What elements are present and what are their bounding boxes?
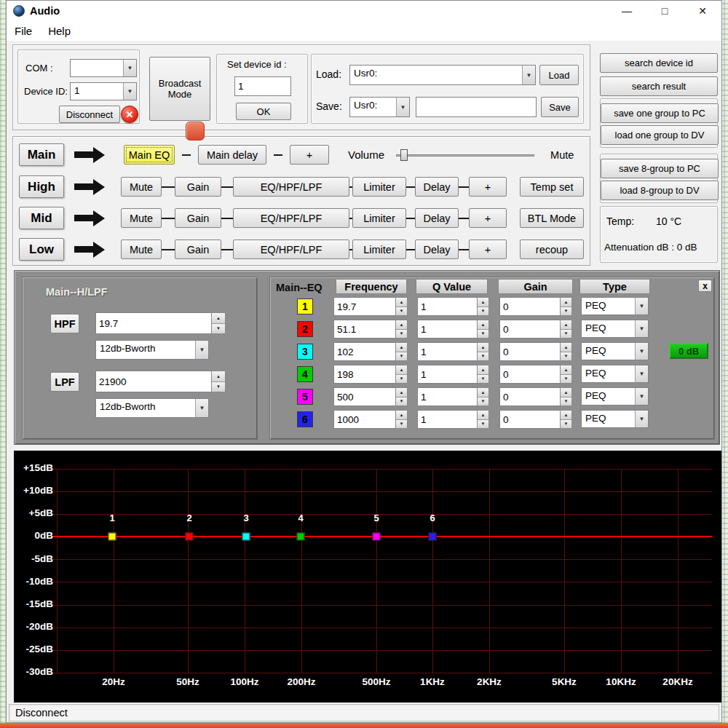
mid-delay-button[interactable]: Delay [415,208,459,228]
eq-band-marker[interactable] [242,533,250,541]
lpf-type-select[interactable]: 12db-Bworth [95,398,209,418]
main-delay-button[interactable]: Main delay [198,145,266,165]
band-6-q-input[interactable] [417,410,477,429]
lpf-frequency-input[interactable] [95,371,211,392]
save-name-input[interactable] [416,97,537,117]
chevron-down-icon[interactable] [635,388,648,405]
com-select[interactable] [70,59,137,77]
spin-up-icon[interactable] [478,411,488,419]
load-one-group-button[interactable]: load one group to DV [601,125,719,145]
broadcast-mode-button[interactable]: Broadcast Mode [149,57,210,121]
spin-down-icon[interactable] [561,352,571,361]
spin-down-icon[interactable] [396,419,407,429]
low-limiter-button[interactable]: Limiter [352,240,406,259]
load-eight-group-button[interactable]: load 8-group to DV [601,181,719,200]
spin-down-icon[interactable] [212,323,225,334]
band-1-type-select[interactable]: PEQ [581,297,649,315]
eq-band-marker[interactable] [297,533,305,541]
spin-down-icon[interactable] [478,419,488,429]
load-button[interactable]: Load [539,65,579,85]
chevron-down-icon[interactable] [123,60,136,76]
spin-down-icon[interactable] [561,397,571,406]
spin-down-icon[interactable] [478,306,488,316]
channel-high-button[interactable]: High [19,175,64,198]
band-6-frequency-input[interactable] [333,410,395,429]
recoup-button[interactable]: recoup [520,240,584,259]
slider-thumb[interactable] [400,149,408,161]
band-5-frequency-input[interactable] [333,387,395,406]
low-eq-hpf-lpf-button[interactable]: EQ/HPF/LPF [233,240,349,259]
spin-down-icon[interactable] [478,329,488,339]
band-6-gain-input[interactable] [499,410,560,429]
high-limiter-button[interactable]: Limiter [352,177,406,197]
band-2-gain-input[interactable] [499,320,560,339]
eq-band-marker[interactable] [108,533,116,541]
band-3-gain-input[interactable] [499,342,560,361]
main-plus-button[interactable]: + [290,145,329,165]
ok-button[interactable]: OK [236,103,291,120]
spin-up-icon[interactable] [396,343,407,352]
chevron-down-icon[interactable] [195,341,208,359]
band-4-frequency-input[interactable] [333,365,395,384]
band-2-q-input[interactable] [417,320,477,339]
search-device-id-button[interactable]: search device id [600,53,718,73]
spin-up-icon[interactable] [396,365,407,374]
btl-mode-button[interactable]: BTL Mode [520,208,584,228]
eq-band-marker[interactable] [186,533,194,541]
band-5-q-input[interactable] [417,387,477,406]
spin-up-icon[interactable] [561,365,571,374]
spin-up-icon[interactable] [212,371,225,381]
eq-plot-area[interactable]: 1 2 3 4 5 6 [53,469,712,673]
close-icon[interactable]: ✕ [684,1,721,20]
hpf-frequency-input[interactable] [95,312,211,334]
hpf-type-select[interactable]: 12db-Bworth [95,340,209,360]
spin-up-icon[interactable] [212,313,225,323]
eq-close-button[interactable]: x [698,280,712,292]
spin-up-icon[interactable] [561,343,571,352]
mid-mute-button[interactable]: Mute [121,208,162,228]
device-id-select[interactable]: 1 [70,82,137,100]
high-mute-button[interactable]: Mute [121,177,162,197]
chevron-down-icon[interactable] [635,298,648,314]
save-slot-select[interactable]: Usr0: [349,97,410,117]
chevron-down-icon[interactable] [522,66,535,84]
band-6-type-select[interactable]: PEQ [581,410,649,428]
eq-band-marker[interactable] [429,533,437,541]
high-gain-button[interactable]: Gain [175,177,221,197]
main-mute-label[interactable]: Mute [550,149,574,161]
spin-down-icon[interactable] [212,381,225,392]
spin-down-icon[interactable] [396,374,407,384]
load-slot-select[interactable]: Usr0: [349,65,536,85]
chevron-down-icon[interactable] [195,399,208,417]
spin-up-icon[interactable] [478,298,488,306]
mid-limiter-button[interactable]: Limiter [352,208,406,228]
mid-plus-button[interactable]: + [469,208,507,228]
save-eight-group-button[interactable]: save 8-group to PC [601,159,719,178]
spin-down-icon[interactable] [396,397,407,406]
spin-down-icon[interactable] [396,329,407,339]
band-4-q-input[interactable] [417,365,477,384]
spin-up-icon[interactable] [396,298,407,306]
band-5-type-select[interactable]: PEQ [581,387,649,405]
minimize-icon[interactable]: — [608,1,646,20]
chevron-down-icon[interactable] [635,320,648,337]
band-2-frequency-input[interactable] [333,320,395,339]
mid-gain-button[interactable]: Gain [175,208,221,228]
channel-mid-button[interactable]: Mid [19,207,64,229]
set-device-id-input[interactable] [234,76,291,96]
spin-up-icon[interactable] [478,388,488,397]
low-delay-button[interactable]: Delay [415,240,459,259]
band-2-type-select[interactable]: PEQ [581,320,649,338]
spin-up-icon[interactable] [396,388,407,397]
spin-down-icon[interactable] [478,374,488,384]
spin-up-icon[interactable] [478,365,488,374]
high-plus-button[interactable]: + [469,177,507,197]
spin-up-icon[interactable] [478,343,488,352]
spin-down-icon[interactable] [396,306,407,316]
spin-up-icon[interactable] [396,411,407,419]
menu-help[interactable]: Help [48,25,71,37]
search-result-button[interactable]: search result [600,76,718,96]
band-4-gain-input[interactable] [499,365,560,384]
low-plus-button[interactable]: + [469,240,507,259]
channel-low-button[interactable]: Low [19,238,64,261]
